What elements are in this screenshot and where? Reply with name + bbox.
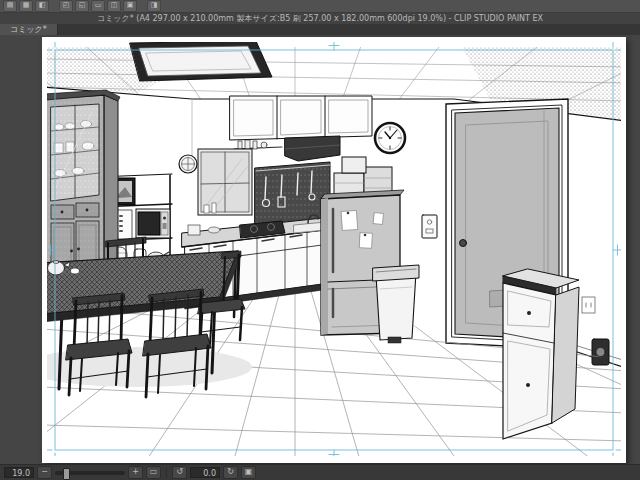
rotate-ccw-icon[interactable]: ↺	[172, 466, 187, 479]
zoom-slider-handle[interactable]	[63, 468, 70, 480]
wall-vent	[179, 155, 197, 173]
microwave	[136, 209, 170, 238]
document-tab[interactable]: コミック*	[0, 24, 58, 35]
trash-can	[373, 265, 419, 343]
kitchen-line-art	[42, 37, 626, 463]
intercom-panel	[422, 215, 437, 238]
wall-outlet	[582, 297, 595, 313]
status-bar: 19.0 − + ▭ ↺ 0.0 ↻ ▣	[0, 464, 640, 480]
copy-icon[interactable]: ◫	[107, 0, 121, 12]
redo-icon[interactable]: ◱	[75, 0, 89, 12]
statusbar-separator	[166, 468, 167, 478]
rotate-cw-icon[interactable]: ↻	[223, 466, 238, 479]
wall-clock	[375, 123, 405, 153]
zoom-out-icon[interactable]: −	[37, 466, 52, 479]
command-bar: ▤ ▦ ◧ ◰ ◱ ▭ ◫ ▣ ◨	[0, 0, 640, 13]
spice-shelf	[234, 140, 282, 149]
canvas-page[interactable]	[42, 37, 626, 463]
kitchen-window	[198, 149, 252, 215]
fridge-note	[341, 210, 357, 230]
paste-icon[interactable]: ▣	[123, 0, 137, 12]
open-icon[interactable]: ▦	[19, 0, 33, 12]
undo-icon[interactable]: ◰	[59, 0, 73, 12]
canvas-area[interactable]	[0, 35, 640, 464]
upper-cabinets	[230, 96, 372, 140]
door-knob	[460, 240, 467, 247]
fridge-note	[373, 213, 383, 225]
teacup	[71, 268, 80, 274]
new-icon[interactable]: ▤	[3, 0, 17, 12]
zoom-in-icon[interactable]: +	[128, 466, 143, 479]
reset-view-icon[interactable]: ▣	[241, 466, 256, 479]
range-hood	[285, 136, 340, 161]
zoom-slider[interactable]	[55, 471, 125, 475]
ceiling-light	[130, 41, 272, 81]
side-cabinet	[503, 269, 579, 439]
cut-icon[interactable]: ▭	[91, 0, 105, 12]
fit-to-screen-icon[interactable]: ▭	[146, 466, 161, 479]
settings-icon[interactable]: ◨	[147, 0, 161, 12]
zoom-value-field[interactable]: 19.0	[4, 467, 34, 478]
rotation-value-field[interactable]: 0.0	[190, 467, 220, 478]
save-icon[interactable]: ◧	[35, 0, 49, 12]
